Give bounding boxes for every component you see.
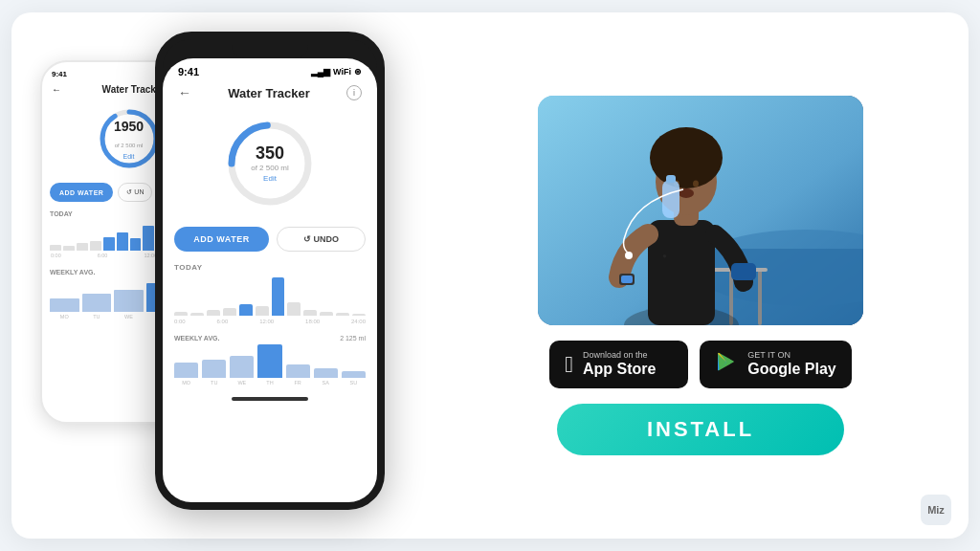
svg-point-16 (650, 127, 723, 188)
bg-undo-button[interactable]: ↺ UN (118, 183, 152, 202)
fg-circle-container: 350 of 2 500 ml Edit (163, 116, 377, 211)
fg-title: Water Tracker (228, 86, 310, 100)
phone-foreground: 9:41 ▂▄▆WiFi⊛ ← Water Tracker i (155, 32, 385, 510)
fg-add-water-button[interactable]: ADD WATER (174, 227, 269, 252)
phone-notch (232, 39, 308, 58)
fg-button-row: ADD WATER ↺ UNDO (163, 219, 377, 259)
fg-undo-button[interactable]: ↺ UNDO (277, 227, 366, 252)
svg-rect-9 (758, 268, 762, 325)
fg-screen-header: ← Water Tracker i (163, 81, 377, 108)
apple-top-text: Download on the (583, 351, 656, 360)
apple-store-name: App Store (583, 360, 656, 378)
fg-time-labels: 0:006:0012:0018:0024:00 (174, 319, 366, 324)
fg-weekly-value: 2 125 ml (340, 335, 366, 342)
svg-rect-13 (731, 263, 756, 280)
fg-info-icon: i (346, 85, 362, 100)
app-store-button[interactable]:  Download on the App Store (549, 341, 688, 388)
bg-time: 9:41 (52, 70, 67, 78)
fg-water-value: 350 (251, 144, 289, 162)
apple-icon:  (565, 351, 573, 378)
right-section: ●  Download on the App Store (442, 96, 940, 455)
fg-water-goal: of 2 500 ml (251, 164, 289, 172)
person-photo: ● (538, 96, 863, 325)
home-indicator (232, 397, 308, 401)
svg-rect-24 (621, 276, 633, 283)
google-top-text: GET IT ON (747, 351, 835, 360)
bg-back-arrow: ← (52, 84, 61, 95)
fg-weekly-label: WEEKLY AVG. (174, 335, 219, 342)
fg-status-bar: 9:41 ▂▄▆WiFi⊛ (163, 58, 377, 81)
install-button[interactable]: INSTALL (557, 404, 844, 455)
fg-time: 9:41 (178, 66, 199, 77)
main-container: 9:41 ▐▐ ▂▄▆ ⊛ ← Water Tracker (11, 12, 969, 539)
google-store-name: Google Play (747, 360, 835, 378)
bg-water-goal: of 2 500 ml (115, 143, 144, 148)
fg-today-chart: 0:006:0012:0018:0024:00 (163, 274, 377, 331)
phones-section: 9:41 ▐▐ ▂▄▆ ⊛ ← Water Tracker (40, 32, 442, 519)
svg-point-18 (693, 181, 699, 187)
fg-edit-link[interactable]: Edit (251, 174, 289, 183)
fg-day-labels: MO TU WE TH FR SA SU (174, 380, 366, 386)
fg-today-label: TODAY (163, 259, 377, 274)
fg-back-arrow: ← (178, 85, 191, 100)
bg-edit-link[interactable]: Edit (114, 153, 144, 160)
bottom-logo: Miz (921, 495, 951, 525)
google-play-icon (715, 350, 738, 379)
fg-status-icons: ▂▄▆WiFi⊛ (311, 67, 362, 77)
fg-weekly-chart: WEEKLY AVG. 2 125 ml MO TU (163, 331, 377, 393)
svg-point-22 (625, 252, 633, 259)
bg-water-value: 1950 (114, 119, 144, 134)
svg-rect-21 (666, 175, 676, 183)
store-buttons-row:  Download on the App Store (549, 341, 851, 388)
google-play-button[interactable]: GET IT ON Google Play (700, 341, 851, 388)
svg-rect-20 (662, 180, 679, 218)
bg-add-water-button[interactable]: ADD WATER (50, 183, 113, 202)
svg-text:●: ● (662, 252, 667, 260)
